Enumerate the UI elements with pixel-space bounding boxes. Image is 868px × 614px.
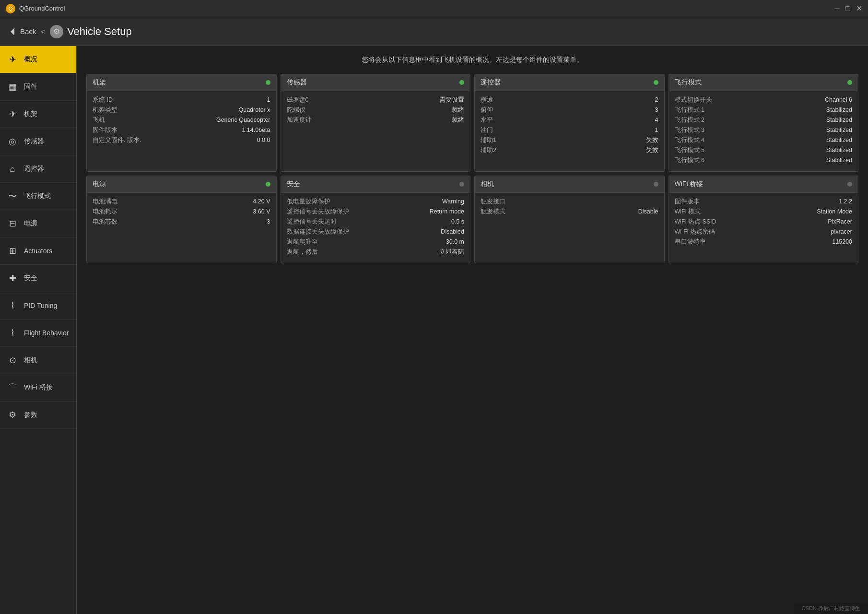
sidebar-icon-actuators: ⊞	[6, 244, 19, 258]
maximize-button[interactable]: □	[845, 4, 850, 13]
table-row: 俯仰 3	[481, 106, 658, 114]
table-row: 触发模式 Disable	[481, 208, 658, 216]
table-row: 横滚 2	[481, 96, 658, 104]
sidebar-icon-firmware: ▦	[6, 80, 19, 94]
card-传感器[interactable]: 传感器 磁罗盘0 需要设置 陀螺仪 就绪 加速度计 就绪	[281, 74, 471, 172]
sidebar-icon-overview: ✈	[6, 53, 19, 66]
row-value: 1.14.0beta	[242, 127, 270, 133]
card-header-传感器: 传感器	[281, 74, 470, 91]
sidebar-item-rc[interactable]: ⌂ 遥控器	[0, 155, 76, 183]
card-机架[interactable]: 机架 系统 ID 1 机架类型 Quadrotor x 飞机 Generic Q…	[86, 74, 277, 172]
gear-icon: ⚙	[50, 25, 63, 38]
card-安全[interactable]: 安全 低电量故障保护 Warning 遥控信号丢失故障保护 Return mod…	[281, 176, 471, 263]
row-label: Wi-Fi 热点密码	[675, 228, 716, 236]
card-title: 安全	[287, 180, 300, 189]
sidebar-item-flightbehavior[interactable]: ⌇ Flight Behavior	[0, 319, 76, 347]
table-row: 飞行模式 2 Stabilized	[675, 116, 853, 124]
row-label: 飞行模式 4	[675, 136, 704, 144]
sidebar-item-safety[interactable]: ✚ 安全	[0, 265, 76, 292]
sidebar-label-actuators: Actuators	[24, 247, 52, 255]
app-icon: Q	[6, 4, 15, 13]
sidebar-icon-pid: ⌇	[6, 299, 19, 312]
card-header-相机: 相机	[475, 176, 664, 193]
row-label: 飞行模式 3	[675, 126, 704, 134]
row-label: WiFi 热点 SSID	[675, 218, 716, 226]
minimize-button[interactable]: ─	[834, 4, 840, 13]
row-value: Warning	[442, 198, 464, 205]
card-飞行模式[interactable]: 飞行模式 模式切换开关 Channel 6 飞行模式 1 Stabilized …	[669, 74, 859, 172]
row-label: 系统 ID	[93, 96, 113, 104]
separator: <	[41, 27, 45, 35]
row-label: 模式切换开关	[675, 96, 712, 104]
sidebar-label-wifi: WiFi 桥接	[24, 383, 53, 392]
page-title: Vehicle Setup	[67, 25, 132, 38]
row-value: Disabled	[441, 228, 464, 235]
row-value: Quadrotor x	[238, 106, 270, 113]
sidebar-item-overview[interactable]: ✈ 概况	[0, 46, 76, 73]
table-row: 飞行模式 4 Stabilized	[675, 136, 853, 144]
sidebar-item-sensors[interactable]: ◎ 传感器	[0, 128, 76, 155]
card-电源[interactable]: 电源 电池满电 4.20 V 电池耗尽 3.60 V 电池芯数 3	[86, 176, 277, 263]
card-body-飞行模式: 模式切换开关 Channel 6 飞行模式 1 Stabilized 飞行模式 …	[669, 91, 858, 171]
sidebar-label-safety: 安全	[24, 274, 37, 283]
sidebar-label-rc: 遥控器	[24, 165, 44, 173]
card-body-相机: 触发接口 触发模式 Disable	[475, 193, 664, 250]
row-value: 3	[655, 106, 658, 113]
row-value: 需要设置	[439, 96, 464, 104]
row-label: WiFi 模式	[675, 208, 701, 216]
back-arrow-icon	[8, 27, 17, 36]
status-dot	[266, 80, 270, 85]
sidebar-item-airframe[interactable]: ✈ 机架	[0, 101, 76, 128]
sidebar-item-power[interactable]: ⊟ 电源	[0, 210, 76, 237]
row-label: 串口波特率	[675, 238, 706, 246]
card-title: 相机	[481, 180, 494, 189]
sidebar-item-pid[interactable]: ⌇ PID Tuning	[0, 292, 76, 319]
footer: CSDN @后厂村路直博生	[794, 603, 868, 614]
cards-row-1: 机架 系统 ID 1 机架类型 Quadrotor x 飞机 Generic Q…	[86, 74, 858, 172]
row-value: 4.20 V	[253, 198, 270, 205]
status-dot	[459, 182, 464, 187]
table-row: 油门 1	[481, 126, 658, 134]
app-title: QGroundControl	[19, 5, 65, 12]
sidebar-label-params: 参数	[24, 411, 37, 419]
row-value: Stabilized	[826, 117, 852, 123]
row-value: 1	[267, 96, 270, 103]
table-row: 加速度计 就绪	[287, 116, 465, 124]
row-label: 俯仰	[481, 106, 493, 114]
card-header-飞行模式: 飞行模式	[669, 74, 858, 91]
sidebar-label-sensors: 传感器	[24, 137, 44, 146]
card-相机[interactable]: 相机 触发接口 触发模式 Disable	[474, 176, 665, 263]
row-label: 辅助1	[481, 136, 496, 144]
row-value: 30.0 m	[446, 238, 464, 245]
sidebar-item-wifi[interactable]: ⌒ WiFi 桥接	[0, 374, 76, 401]
table-row: 机架类型 Quadrotor x	[93, 106, 270, 114]
card-遥控器[interactable]: 遥控器 横滚 2 俯仰 3 水平 4 油门 1 辅助1 失效 辅助2 失效	[474, 74, 665, 172]
status-dot	[847, 182, 852, 187]
row-label: 返航，然后	[287, 248, 318, 256]
table-row: 陀螺仪 就绪	[287, 106, 465, 114]
table-row: 触发接口	[481, 198, 658, 206]
card-header-电源: 电源	[87, 176, 276, 193]
back-label: Back	[20, 27, 36, 35]
card-body-安全: 低电量故障保护 Warning 遥控信号丢失故障保护 Return mode 遥…	[281, 193, 470, 263]
row-value: 1	[655, 127, 658, 133]
row-value: 失效	[646, 136, 658, 144]
sidebar-item-firmware[interactable]: ▦ 固件	[0, 73, 76, 101]
sidebar-item-params[interactable]: ⚙ 参数	[0, 401, 76, 429]
card-WiFi 桥接[interactable]: WiFi 桥接 固件版本 1.2.2 WiFi 模式 Station Mode …	[669, 176, 859, 263]
sidebar-icon-wifi: ⌒	[6, 381, 19, 394]
close-button[interactable]: ✕	[856, 4, 862, 13]
row-label: 飞行模式 5	[675, 146, 704, 154]
card-title: 传感器	[287, 78, 307, 87]
card-title: 飞行模式	[675, 78, 702, 87]
sidebar-icon-sensors: ◎	[6, 135, 19, 148]
sidebar-item-camera[interactable]: ⊙ 相机	[0, 347, 76, 374]
row-label: 自定义固件. 版本.	[93, 136, 141, 144]
back-button[interactable]: Back < ⚙	[8, 25, 63, 38]
table-row: Wi-Fi 热点密码 pixracer	[675, 228, 853, 236]
row-value: 立即着陆	[439, 248, 464, 256]
sidebar-item-flightmodes[interactable]: 〜 飞行模式	[0, 183, 76, 210]
table-row: 固件版本 1.2.2	[675, 198, 853, 206]
table-row: 自定义固件. 版本. 0.0.0	[93, 136, 270, 144]
sidebar-item-actuators[interactable]: ⊞ Actuators	[0, 237, 76, 265]
